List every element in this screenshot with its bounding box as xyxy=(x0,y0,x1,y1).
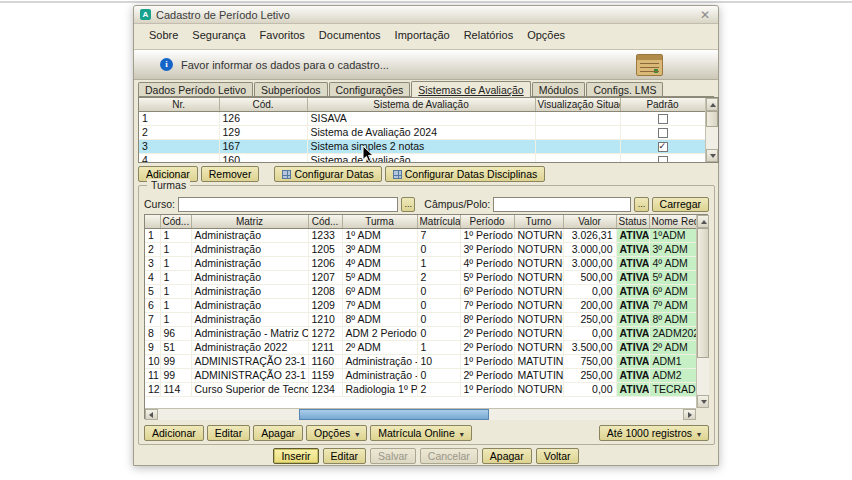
col-sistema[interactable]: Sistema de Avaliação xyxy=(307,98,535,111)
tab-dados-periodo-letivo[interactable]: Dados Período Letivo xyxy=(138,82,253,96)
cell: 3.500,00 xyxy=(563,340,616,354)
col-turma[interactable]: Turma xyxy=(342,215,417,228)
curso-lookup-button[interactable]: ... xyxy=(401,197,415,212)
apagar-turma-button[interactable]: Apagar xyxy=(253,425,303,441)
col-periodo[interactable]: Período xyxy=(460,215,514,228)
campus-polo-input[interactable] xyxy=(493,197,631,212)
scroll-up-icon[interactable] xyxy=(697,215,709,228)
padrao-checkbox[interactable] xyxy=(658,156,668,162)
turmas-vscrollbar[interactable] xyxy=(696,215,709,408)
cell: 1272 xyxy=(308,326,342,340)
tab-configs-lms[interactable]: Configs. LMS xyxy=(586,82,663,96)
padrao-checkbox[interactable] xyxy=(658,128,668,138)
curso-label: Curso: xyxy=(144,198,175,210)
menu-importacao[interactable]: Importação xyxy=(388,29,457,41)
tab-subperiodos[interactable]: Subperíodos xyxy=(254,82,328,96)
menu-favoritos[interactable]: Favoritos xyxy=(253,29,312,41)
cell: Administração xyxy=(191,242,308,256)
remover-sistema-button[interactable]: Remover xyxy=(201,166,260,182)
adicionar-turma-button[interactable]: Adicionar xyxy=(144,425,204,441)
cell: 1 xyxy=(160,284,191,298)
editar-button[interactable]: Editar xyxy=(323,448,366,464)
titlebar[interactable]: A Cadastro de Período Letivo ✕ xyxy=(134,6,718,24)
turmas-row[interactable]: 1199ADMINISTRAÇÃO 23-11159Administração … xyxy=(145,368,696,382)
tab-sistemas-de-avaliacao[interactable]: Sistemas de Avaliação xyxy=(411,81,530,97)
col-cod[interactable]: Cód. xyxy=(219,98,307,111)
turmas-row[interactable]: 12114Curso Superior de Tecnol...1234Radi… xyxy=(145,382,696,396)
info-banner: i Favor informar os dados para o cadastr… xyxy=(134,49,718,80)
turmas-row[interactable]: 896Administração - Matriz C...1272ADM 2 … xyxy=(145,326,696,340)
chevron-down-icon xyxy=(695,427,701,439)
matricula-online-dropdown-button[interactable]: Matrícula Online xyxy=(370,425,471,441)
menu-sobre[interactable]: Sobre xyxy=(142,29,185,41)
apagar-button[interactable]: Apagar xyxy=(482,448,532,464)
scroll-down-icon[interactable] xyxy=(706,149,718,162)
configurar-datas-button[interactable]: Configurar Datas xyxy=(274,166,381,182)
sistemas-vscrollbar[interactable] xyxy=(705,98,718,162)
scroll-down-icon[interactable] xyxy=(697,395,709,408)
cell xyxy=(620,153,705,162)
voltar-button[interactable]: Voltar xyxy=(536,448,579,464)
col-nome-red[interactable]: Nome Red. xyxy=(649,215,696,228)
scroll-thumb[interactable] xyxy=(697,228,709,358)
menu-seguranca[interactable]: Segurança xyxy=(185,29,252,41)
menu-documentos[interactable]: Documentos xyxy=(312,29,388,41)
turmas-row[interactable]: 51Administração12086º ADM06º PeríodoNOTU… xyxy=(145,284,696,298)
tab-modulos[interactable]: Módulos xyxy=(532,82,586,96)
col-valor[interactable]: Valor xyxy=(563,215,616,228)
turmas-hscrollbar[interactable] xyxy=(145,408,696,420)
campus-lookup-button[interactable]: ... xyxy=(634,197,648,212)
sistemas-row[interactable]: 1126SISAVA xyxy=(139,111,705,125)
opcoes-dropdown-button[interactable]: Opções xyxy=(306,425,367,441)
padrao-checkbox[interactable] xyxy=(658,114,668,124)
menu-opcoes[interactable]: Opções xyxy=(520,29,572,41)
col-status[interactable]: Status xyxy=(616,215,649,228)
cell: 1211 xyxy=(308,340,342,354)
col-matriculas[interactable]: Matrículas xyxy=(417,215,460,228)
col-visualizacao[interactable]: Visualização Situação xyxy=(535,98,620,111)
turmas-row[interactable]: 21Administração12053º ADM03º PeríodoNOTU… xyxy=(145,242,696,256)
menu-relatorios[interactable]: Relatórios xyxy=(457,29,521,41)
scroll-up-icon[interactable] xyxy=(706,98,718,111)
cell: 5º ADM xyxy=(649,270,696,284)
editar-turma-button[interactable]: Editar xyxy=(207,425,250,441)
col-matriz[interactable]: Matriz xyxy=(191,215,308,228)
cell: ATIVA xyxy=(616,228,649,242)
cell: 6º Período xyxy=(460,284,514,298)
turmas-row[interactable]: 31Administração12064º ADM14º PeríodoNOTU… xyxy=(145,256,696,270)
calendar-icon xyxy=(636,54,663,76)
configurar-datas-disciplinas-button[interactable]: Configurar Datas Disciplinas xyxy=(385,166,545,182)
scroll-thumb[interactable] xyxy=(299,409,489,420)
col-padrao[interactable]: Padrão xyxy=(620,98,705,111)
registros-select[interactable]: Até 1000 registros xyxy=(599,425,709,441)
turmas-row[interactable]: 61Administração12097º ADM07º PeríodoNOTU… xyxy=(145,298,696,312)
col-cod-matriz[interactable]: Cód... xyxy=(160,215,191,228)
window-title: Cadastro de Período Letivo xyxy=(156,9,290,21)
col-cod-turma[interactable]: Cód... xyxy=(308,215,342,228)
col-nr[interactable]: Nr. xyxy=(139,98,219,111)
cell: 1º Período xyxy=(460,354,514,368)
cell: ADMINISTRAÇÃO 23-1 xyxy=(191,354,308,368)
cell: 129 xyxy=(219,125,307,139)
inserir-button[interactable]: Inserir xyxy=(273,448,318,464)
turmas-row[interactable]: 71Administração12108º ADM08º PeríodoNOTU… xyxy=(145,312,696,326)
cell: 0,00 xyxy=(563,326,616,340)
col-turno[interactable]: Turno xyxy=(514,215,563,228)
cell xyxy=(535,139,620,153)
turmas-row[interactable]: 1099ADMINISTRAÇÃO 23-11160Administração … xyxy=(145,354,696,368)
close-icon[interactable]: ✕ xyxy=(698,9,712,21)
sistemas-row[interactable]: 2129Sistema de Avaliação 2024 xyxy=(139,125,705,139)
turmas-row[interactable]: 41Administração12075º ADM25º PeríodoNOTU… xyxy=(145,270,696,284)
sistemas-row[interactable]: 4160Sistema de Avaliação xyxy=(139,153,705,162)
tab-configuracoes[interactable]: Configurações xyxy=(329,82,411,96)
padrao-checkbox[interactable] xyxy=(658,142,668,152)
curso-input[interactable] xyxy=(178,197,398,212)
cell: 8º ADM xyxy=(342,312,417,326)
sistemas-row[interactable]: 3167Sistema simples 2 notas xyxy=(139,139,705,153)
scroll-thumb[interactable] xyxy=(706,111,718,127)
turmas-row[interactable]: 11Administração12331º ADM71º PeríodoNOTU… xyxy=(145,228,696,242)
carregar-button[interactable]: Carregar xyxy=(652,197,709,212)
scroll-left-icon[interactable] xyxy=(145,409,158,420)
turmas-row[interactable]: 951Administração 202212112º ADM12º Perío… xyxy=(145,340,696,354)
scroll-right-icon[interactable] xyxy=(683,409,696,420)
